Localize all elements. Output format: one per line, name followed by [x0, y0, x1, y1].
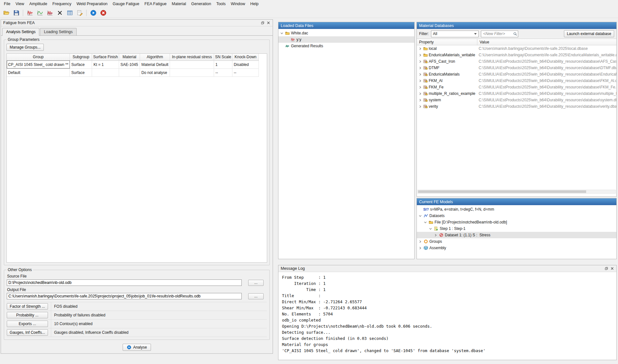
cell-material[interactable]: SAE-1045 — [119, 60, 140, 68]
save-button[interactable] — [12, 8, 21, 17]
chevron-down-icon[interactable] — [280, 31, 284, 35]
output-file-input[interactable] — [7, 293, 242, 299]
output-file-browse-button[interactable]: ... — [248, 293, 264, 299]
menu-gauge-fatigue[interactable]: Gauge Fatigue — [110, 0, 142, 7]
tree-item-generated-results[interactable]: Generated Results — [278, 43, 414, 49]
analyse-button[interactable]: Analyse — [123, 344, 151, 351]
option-row: Factor of Strength ... FOS disabled — [7, 302, 267, 311]
close-panel-button[interactable] — [609, 266, 615, 271]
menu-generation[interactable]: Generation — [189, 0, 214, 7]
menu-window[interactable]: Window — [228, 0, 248, 7]
cell-group[interactable]: CP_AISI 1045 Steel_ cold drawn ** — [7, 60, 70, 68]
menu-fea-fatigue[interactable]: FEA Fatigue — [142, 0, 169, 7]
float-panel-button[interactable] — [604, 266, 609, 271]
db-row-endurica-writable[interactable]: EnduricaMaterials_writable C:\Users\mani… — [417, 52, 616, 58]
source-file-input[interactable] — [7, 279, 242, 286]
db-row-afs-cast-iron[interactable]: AFS_Cast_Iron C:\SIMULIA\EstProducts\202… — [417, 58, 616, 65]
chevron-right-icon[interactable] — [418, 47, 422, 51]
cross-plot-button[interactable] — [55, 8, 64, 17]
cell-group[interactable]: Default — [7, 68, 70, 77]
chevron-right-icon[interactable] — [418, 85, 422, 89]
tree-item-assembly[interactable]: Assembly — [417, 245, 616, 251]
chevron-right-icon[interactable] — [434, 233, 438, 237]
open-file-button[interactable] — [2, 8, 11, 17]
menu-material[interactable]: Material — [169, 0, 189, 7]
other-options-box: Other Options Source File ... Output Fil… — [4, 270, 270, 340]
cell-surface-finish[interactable]: Kt = 1 — [92, 60, 119, 68]
chevron-right-icon[interactable] — [418, 105, 422, 109]
cell-algorithm[interactable]: Do not analyse — [140, 68, 170, 77]
cell-sn-scale[interactable]: -- — [214, 68, 232, 77]
chevron-right-icon[interactable] — [418, 72, 422, 77]
exports-button[interactable]: Exports ... — [7, 321, 48, 327]
cell-algorithm[interactable]: Material Default — [140, 60, 170, 68]
chevron-right-icon[interactable] — [418, 53, 422, 57]
db-row-local[interactable]: local C:\Users\manish.barlingay\Document… — [417, 45, 616, 52]
option-row: Exports ... 10 Contour(s) enabled — [7, 320, 267, 328]
factor-of-strength-button[interactable]: Factor of Strength ... — [7, 303, 48, 310]
source-file-browse-button[interactable]: ... — [248, 280, 264, 286]
tree-item-white-dac[interactable]: White.dac — [278, 30, 414, 36]
tree-item-file[interactable]: File [D:\Projects\notchedBeam\nb-old.odb… — [417, 219, 616, 225]
menu-amplitude[interactable]: Amplitude — [27, 0, 50, 7]
cell-surface-finish[interactable] — [92, 68, 119, 77]
db-row-dtmf[interactable]: DTMF C:\SIMULIA\EstProducts\2025\win_b64… — [417, 65, 616, 71]
cell-inplane-residual-stress[interactable] — [170, 68, 214, 77]
cell-material[interactable] — [119, 68, 140, 77]
menu-frequency[interactable]: Frequency — [50, 0, 74, 7]
db-row-multiple-r-ratios[interactable]: multiple_R_ratios_example C:\SIMULIA\Est… — [417, 90, 616, 97]
abort-button[interactable] — [99, 8, 108, 17]
data-table-button[interactable] — [65, 8, 74, 17]
search-icon[interactable] — [513, 32, 517, 36]
chevron-down-icon[interactable] — [423, 220, 427, 224]
menu-tools[interactable]: Tools — [214, 0, 228, 7]
psd-analysis-button[interactable] — [45, 8, 54, 17]
tree-item-step[interactable]: Step 1 : Step-1 — [417, 225, 616, 232]
edit-signal-button[interactable] — [75, 8, 84, 17]
tree-item-units[interactable]: SI? s=MPa, e=strain, t=degC, f=N, d=mm — [417, 206, 616, 213]
chevron-right-icon[interactable] — [418, 79, 422, 83]
tree-item-channel-yy[interactable]: y:y — [278, 36, 414, 43]
close-panel-button[interactable] — [266, 20, 271, 26]
menu-file[interactable]: File — [1, 0, 13, 7]
gauges-inf-coeffs-button[interactable]: Gauges, Inf Coeffs... — [7, 329, 48, 336]
menu-weld-preparation[interactable]: Weld Preparation — [74, 0, 110, 7]
manage-groups-button[interactable]: Manage Groups... — [6, 44, 44, 51]
cell-inplane-residual-stress[interactable] — [170, 60, 214, 68]
db-row-verity[interactable]: verity C:\SIMULIA\EstProducts\2025\win_b… — [417, 103, 616, 110]
tree-item-dataset-stress[interactable]: Dataset 1: (1.1) S : Stress — [417, 232, 616, 238]
probability-button[interactable]: Probability ... — [7, 312, 48, 318]
tree-item-groups[interactable]: Groups — [417, 238, 616, 245]
db-row-fkm-al[interactable]: FKM_Al C:\SIMULIA\EstProducts\2025\win_b… — [417, 77, 616, 84]
launch-external-database-button[interactable]: Launch external database — [564, 30, 614, 37]
cell-knock-down[interactable]: Disabled — [232, 60, 259, 68]
tree-item-datasets[interactable]: Datasets — [417, 213, 616, 219]
db-row-system[interactable]: system C:\SIMULIA\EstProducts\2025\win_b… — [417, 97, 616, 103]
menu-view[interactable]: View — [13, 0, 27, 7]
chevron-right-icon[interactable] — [418, 59, 422, 64]
chevron-right-icon[interactable] — [418, 240, 422, 244]
cell-knock-down[interactable]: -- — [232, 68, 259, 77]
amplitude-analysis-button[interactable] — [25, 8, 34, 17]
scrollbar-thumb[interactable] — [418, 190, 586, 193]
chevron-right-icon[interactable] — [418, 92, 422, 96]
chevron-down-icon[interactable] — [428, 227, 433, 231]
chevron-right-icon[interactable] — [418, 66, 422, 70]
cell-subgroup[interactable]: Surface — [70, 68, 92, 77]
chevron-right-icon[interactable] — [418, 246, 422, 250]
cell-subgroup[interactable]: Surface — [70, 60, 92, 68]
chevron-right-icon[interactable] — [418, 98, 422, 102]
db-row-fkm-fe[interactable]: FKM_Fe C:\SIMULIA\EstProducts\2025\win_b… — [417, 84, 616, 90]
db-row-endurica-materials[interactable]: EnduricaMaterials C:\SIMULIA\EstProducts… — [417, 71, 616, 77]
cell-sn-scale[interactable]: 1 — [214, 60, 232, 68]
tab-analysis-settings[interactable]: Analysis Settings — [2, 28, 39, 36]
menu-help[interactable]: Help — [248, 0, 261, 7]
float-panel-button[interactable] — [260, 20, 266, 26]
tab-loading-settings[interactable]: Loading Settings — [40, 28, 76, 35]
signal-generation-button[interactable] — [35, 8, 44, 17]
new-filter-input[interactable] — [482, 31, 513, 36]
filter-combo[interactable]: All — [431, 31, 479, 37]
horizontal-scrollbar[interactable] — [417, 190, 616, 194]
chevron-down-icon[interactable] — [418, 214, 422, 218]
run-analysis-button[interactable] — [89, 8, 98, 17]
